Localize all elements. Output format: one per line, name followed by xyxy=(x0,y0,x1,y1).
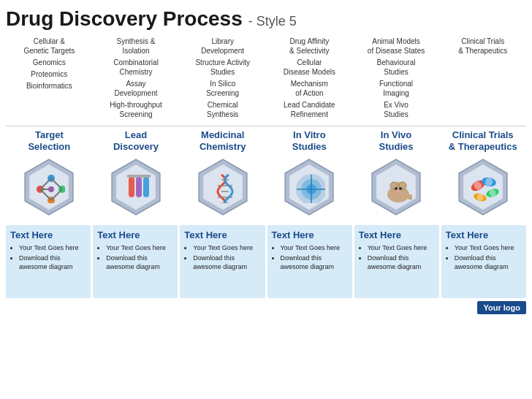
text-card-0: Text HereYour Text Goes hereDownload thi… xyxy=(6,225,91,298)
info-item: Genomics xyxy=(7,58,91,67)
info-item: Combinatorial Chemistry xyxy=(94,58,178,77)
hex-svg-2 xyxy=(190,158,256,216)
text-card-title-1: Text Here xyxy=(97,229,173,240)
info-item: Ex Vivo Studies xyxy=(354,100,438,119)
hexagons-row xyxy=(6,155,526,219)
logo: Your logo xyxy=(477,301,526,314)
svg-rect-16 xyxy=(143,177,149,197)
svg-point-41 xyxy=(399,187,402,190)
hex-svg-0 xyxy=(16,158,82,216)
svg-point-42 xyxy=(396,190,400,193)
svg-rect-19 xyxy=(142,175,151,178)
hex-svg-5 xyxy=(450,158,516,216)
header: Drug Discovery Process - Style 5 xyxy=(6,7,526,31)
hex-svg-4 xyxy=(363,158,429,216)
info-col-0: Cellular & Genetic TargetsGenomicsProteo… xyxy=(6,37,93,121)
info-section: Cellular & Genetic TargetsGenomicsProteo… xyxy=(6,37,526,121)
text-card-list-4: Your Text Goes hereDownload this awesome… xyxy=(359,243,435,272)
svg-rect-14 xyxy=(129,177,134,197)
text-card-title-4: Text Here xyxy=(359,229,435,240)
text-card-list-2: Your Text Goes hereDownload this awesome… xyxy=(184,243,260,272)
info-item: Assay Development xyxy=(94,79,178,98)
info-item: Cellular & Genetic Targets xyxy=(7,37,91,56)
info-item: Structure Activity Studies xyxy=(180,58,265,77)
hex-container-2 xyxy=(179,158,266,216)
info-item: Clinical Trials & Therapeutics xyxy=(441,37,525,56)
list-item: Download this awesome diagram xyxy=(455,254,522,272)
text-cards-row: Text HereYour Text Goes hereDownload thi… xyxy=(6,225,526,298)
stage-label-3: In Vitro Studies xyxy=(266,129,353,152)
info-item: Functional Imaging xyxy=(354,79,438,98)
list-item: Download this awesome diagram xyxy=(106,254,173,272)
list-item: Your Text Goes here xyxy=(19,243,86,253)
info-col-5: Clinical Trials & Therapeutics xyxy=(439,37,526,121)
info-item: Cellular Disease Models xyxy=(267,58,352,77)
hex-container-3 xyxy=(266,158,353,216)
info-item: Synthesis & Isolation xyxy=(94,37,178,56)
hex-svg-1 xyxy=(103,158,169,216)
list-item: Download this awesome diagram xyxy=(193,254,260,272)
info-item: In Silico Screening xyxy=(180,79,265,98)
info-item: Behavioural Studies xyxy=(354,58,438,77)
page: Drug Discovery Process - Style 5 Cellula… xyxy=(0,0,532,399)
stage-label-0: Target Selection xyxy=(6,129,93,152)
list-item: Your Text Goes here xyxy=(281,243,348,253)
info-item: Proteomics xyxy=(7,69,91,79)
text-card-title-2: Text Here xyxy=(184,229,260,240)
hex-container-1 xyxy=(93,158,180,216)
list-item: Download this awesome diagram xyxy=(19,254,86,272)
text-card-1: Text HereYour Text Goes hereDownload thi… xyxy=(93,225,178,298)
stage-label-5: Clinical Trials & Therapeutics xyxy=(439,129,526,152)
text-card-list-0: Your Text Goes hereDownload this awesome… xyxy=(10,243,86,272)
info-item: Bioinformatics xyxy=(7,81,91,91)
text-card-list-3: Your Text Goes hereDownload this awesome… xyxy=(272,243,348,272)
list-item: Your Text Goes here xyxy=(455,243,522,253)
info-item: Lead Candidate Refinement xyxy=(267,100,352,119)
info-col-2: Library DevelopmentStructure Activity St… xyxy=(179,37,266,121)
text-card-title-5: Text Here xyxy=(446,229,522,240)
list-item: Your Text Goes here xyxy=(106,243,173,253)
info-item: Mechanism of Action xyxy=(267,79,352,98)
text-card-title-0: Text Here xyxy=(10,229,86,240)
info-item: Animal Models of Disease States xyxy=(354,37,438,56)
list-item: Download this awesome diagram xyxy=(281,254,348,272)
info-item: Chemical Synthesis xyxy=(180,100,265,119)
text-card-2: Text HereYour Text Goes hereDownload thi… xyxy=(180,225,265,298)
info-item: High-throughput Screening xyxy=(94,100,178,119)
hex-container-4 xyxy=(353,158,440,216)
footer: Your logo xyxy=(6,301,526,314)
stage-labels: Target SelectionLead DiscoveryMedicinal … xyxy=(6,129,526,152)
page-title-main: Drug Discovery Process xyxy=(6,7,243,31)
text-card-title-3: Text Here xyxy=(272,229,348,240)
info-col-4: Animal Models of Disease StatesBehaviour… xyxy=(353,37,440,121)
info-item: Library Development xyxy=(180,37,265,56)
divider xyxy=(6,126,526,126)
text-card-5: Text HereYour Text Goes hereDownload thi… xyxy=(441,225,526,298)
stage-label-1: Lead Discovery xyxy=(93,129,180,152)
info-col-1: Synthesis & IsolationCombinatorial Chemi… xyxy=(93,37,180,121)
list-item: Your Text Goes here xyxy=(368,243,435,253)
hex-container-0 xyxy=(6,158,93,216)
hex-svg-3 xyxy=(276,158,342,216)
page-title-sub: - Style 5 xyxy=(248,14,297,29)
text-card-list-1: Your Text Goes hereDownload this awesome… xyxy=(97,243,173,272)
info-item: Drug Affinity & Selectivity xyxy=(267,37,352,56)
svg-rect-15 xyxy=(136,177,142,197)
svg-point-40 xyxy=(395,187,398,190)
list-item: Download this awesome diagram xyxy=(368,254,435,272)
text-card-list-5: Your Text Goes hereDownload this awesome… xyxy=(446,243,522,272)
hex-container-5 xyxy=(439,158,526,216)
stage-label-4: In Vivo Studies xyxy=(353,129,440,152)
stage-label-2: Medicinal Chemistry xyxy=(179,129,266,152)
text-card-3: Text HereYour Text Goes hereDownload thi… xyxy=(267,225,352,298)
list-item: Your Text Goes here xyxy=(193,243,260,253)
info-col-3: Drug Affinity & SelectivityCellular Dise… xyxy=(266,37,353,121)
text-card-4: Text HereYour Text Goes hereDownload thi… xyxy=(354,225,439,298)
